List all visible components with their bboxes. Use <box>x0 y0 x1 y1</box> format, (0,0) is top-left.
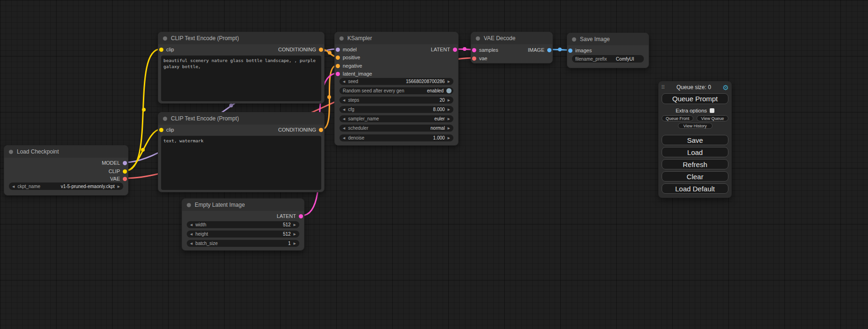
input-slot-clip[interactable]: clip <box>159 46 174 53</box>
slot-dot[interactable] <box>159 48 163 52</box>
scheduler-widget[interactable]: ◀ scheduler normal ▶ <box>339 125 453 132</box>
node-save-image[interactable]: Save Image images filename_prefix ComfyU… <box>567 33 649 68</box>
output-slot-conditioning[interactable]: CONDITIONING <box>278 126 323 133</box>
slot-dot[interactable] <box>123 161 127 165</box>
slot-dot[interactable] <box>453 48 457 52</box>
decrement-arrow-icon[interactable]: ◀ <box>190 242 192 245</box>
input-slot-vae[interactable]: vae <box>472 55 487 62</box>
load-button[interactable]: Load <box>662 147 728 157</box>
collapse-dot[interactable] <box>572 37 576 42</box>
decrement-arrow-icon[interactable]: ◀ <box>190 232 192 236</box>
drag-handle-icon[interactable]: ⠿ <box>661 84 665 91</box>
input-slot-clip[interactable]: clip <box>159 126 174 133</box>
node-title-bar[interactable]: CLIP Text Encode (Prompt) <box>158 32 324 44</box>
node-title-bar[interactable]: VAE Decode <box>471 32 552 44</box>
width-widget[interactable]: ◀ width 512 ▶ <box>187 221 299 228</box>
input-slot-images[interactable]: images <box>568 47 592 54</box>
decrement-arrow-icon[interactable]: ◀ <box>343 98 345 102</box>
increment-arrow-icon[interactable]: ▶ <box>294 242 296 245</box>
queue-prompt-button[interactable]: Queue Prompt <box>662 93 728 104</box>
node-title-bar[interactable]: Load Checkpoint <box>4 146 128 158</box>
slot-dot[interactable] <box>547 48 551 52</box>
decrement-arrow-icon[interactable]: ◀ <box>343 117 345 120</box>
ckpt-name-widget[interactable]: ◀ ckpt_name v1-5-pruned-emaonly.ckpt ▶ <box>9 182 123 190</box>
increment-arrow-icon[interactable]: ▶ <box>448 117 450 120</box>
output-slot-model[interactable]: MODEL <box>102 159 127 167</box>
node-title-bar[interactable]: KSampler <box>335 32 458 44</box>
slot-dot[interactable] <box>472 56 476 61</box>
node-title-bar[interactable]: Save Image <box>567 33 649 45</box>
settings-gear-icon[interactable]: ⚙ <box>723 84 729 91</box>
slot-dot[interactable] <box>319 128 323 132</box>
slot-dot[interactable] <box>299 214 303 218</box>
refresh-button[interactable]: Refresh <box>662 159 728 169</box>
slot-dot[interactable] <box>472 48 476 52</box>
output-slot-clip[interactable]: CLIP <box>109 168 127 175</box>
batch-size-widget[interactable]: ◀ batch_size 1 ▶ <box>187 240 299 247</box>
seed-widget[interactable]: ◀ seed 156680208700286 ▶ <box>339 78 453 85</box>
queue-front-button[interactable]: Queue Front <box>662 115 693 121</box>
prompt-textarea[interactable]: text, watermark <box>161 136 321 190</box>
input-slot-negative[interactable]: negative <box>336 62 362 70</box>
random-seed-toggle-widget[interactable]: Random seed after every gen enabled <box>339 87 453 94</box>
increment-arrow-icon[interactable]: ▶ <box>448 136 450 140</box>
steps-widget[interactable]: ◀ steps 20 ▶ <box>339 97 453 104</box>
increment-arrow-icon[interactable]: ▶ <box>294 223 296 226</box>
decrement-arrow-icon[interactable]: ◀ <box>343 108 345 111</box>
decrement-arrow-icon[interactable]: ◀ <box>190 223 192 226</box>
slot-dot[interactable] <box>336 56 340 60</box>
increment-arrow-icon[interactable]: ▶ <box>448 98 450 102</box>
input-slot-samples[interactable]: samples <box>472 46 498 54</box>
filename-prefix-widget[interactable]: filename_prefix ComfyUI <box>572 55 644 63</box>
collapse-dot[interactable] <box>163 117 167 121</box>
input-slot-latent-image[interactable]: latent_image <box>336 70 372 77</box>
node-vae-decode[interactable]: VAE Decode samples vae IMAGE <box>471 32 553 63</box>
node-clip-text-encode-negative[interactable]: CLIP Text Encode (Prompt) clip CONDITION… <box>158 112 325 192</box>
collapse-dot[interactable] <box>9 150 13 154</box>
slot-dot[interactable] <box>159 128 163 132</box>
sampler-name-widget[interactable]: ◀ sampler_name euler ▶ <box>339 115 453 122</box>
decrement-arrow-icon[interactable]: ◀ <box>343 80 345 83</box>
extra-options-checkbox[interactable] <box>710 108 714 113</box>
increment-arrow-icon[interactable]: ▶ <box>448 108 450 111</box>
increment-arrow-icon[interactable]: ▶ <box>448 80 450 83</box>
slot-dot[interactable] <box>336 48 340 52</box>
prompt-textarea[interactable]: beautiful scenery nature glass bottle la… <box>161 56 321 101</box>
save-button[interactable]: Save <box>662 135 728 145</box>
decrement-arrow-icon[interactable]: ◀ <box>343 126 345 130</box>
height-widget[interactable]: ◀ height 512 ▶ <box>187 231 299 238</box>
collapse-dot[interactable] <box>476 36 480 41</box>
view-queue-button[interactable]: View Queue <box>697 115 728 121</box>
clear-button[interactable]: Clear <box>662 171 728 182</box>
decrement-arrow-icon[interactable]: ◀ <box>12 185 14 188</box>
output-slot-latent[interactable]: LATENT <box>277 212 303 220</box>
cfg-widget[interactable]: ◀ cfg 8.000 ▶ <box>339 106 453 113</box>
node-canvas[interactable]: Load Checkpoint MODEL CLIP VAE ◀ ckpt_na… <box>0 0 868 329</box>
output-slot-image[interactable]: IMAGE <box>528 46 551 54</box>
input-slot-model[interactable]: model <box>336 46 357 53</box>
load-default-button[interactable]: Load Default <box>662 183 728 194</box>
increment-arrow-icon[interactable]: ▶ <box>118 185 120 188</box>
collapse-dot[interactable] <box>163 36 167 41</box>
view-history-button[interactable]: View History <box>678 123 713 129</box>
collapse-dot[interactable] <box>187 203 191 207</box>
slot-dot[interactable] <box>336 64 340 68</box>
increment-arrow-icon[interactable]: ▶ <box>294 232 296 236</box>
slot-dot[interactable] <box>336 72 340 76</box>
input-slot-positive[interactable]: positive <box>336 54 360 61</box>
output-slot-latent[interactable]: LATENT <box>431 46 457 53</box>
node-title-bar[interactable]: Empty Latent Image <box>182 199 304 211</box>
slot-dot[interactable] <box>319 48 323 52</box>
node-load-checkpoint[interactable]: Load Checkpoint MODEL CLIP VAE ◀ ckpt_na… <box>4 145 128 196</box>
denoise-widget[interactable]: ◀ denoise 1.000 ▶ <box>339 134 453 141</box>
output-slot-vae[interactable]: VAE <box>110 175 127 182</box>
decrement-arrow-icon[interactable]: ◀ <box>343 136 345 140</box>
collapse-dot[interactable] <box>339 36 344 41</box>
node-empty-latent-image[interactable]: Empty Latent Image LATENT ◀ width 512 ▶ … <box>182 198 304 251</box>
node-title-bar[interactable]: CLIP Text Encode (Prompt) <box>158 112 324 125</box>
node-ksampler[interactable]: KSampler model positive negative latent_… <box>334 32 459 146</box>
slot-dot[interactable] <box>568 49 572 53</box>
slot-dot[interactable] <box>123 177 127 181</box>
slot-dot[interactable] <box>123 169 127 174</box>
toggle-indicator[interactable] <box>446 88 452 93</box>
